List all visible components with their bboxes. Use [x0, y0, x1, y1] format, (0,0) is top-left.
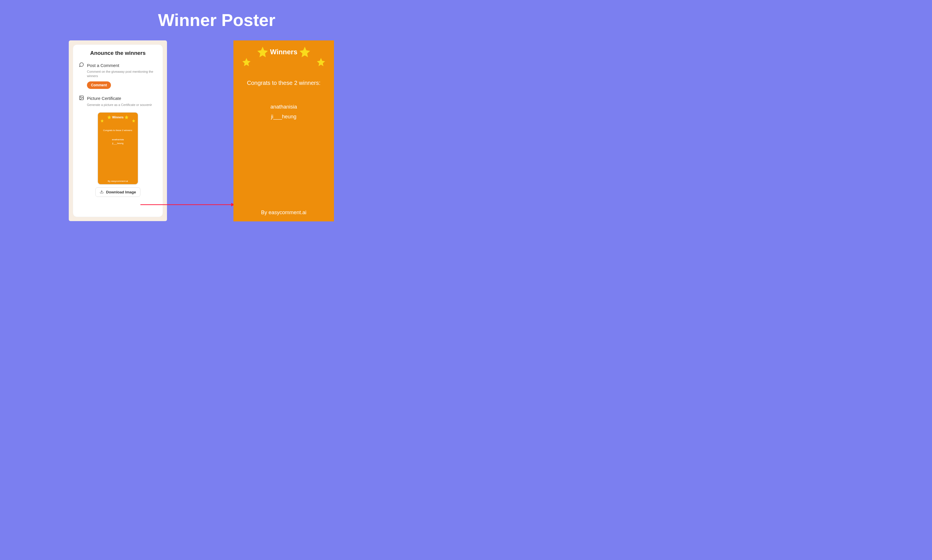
star-icon: [256, 46, 269, 58]
star-icon: [242, 57, 252, 67]
big-poster-winners: anathanisia ji___heung: [239, 102, 329, 122]
svg-point-1: [80, 97, 81, 97]
big-poster-heading: Winners: [270, 48, 297, 56]
left-panel: Anounce the winners Post a Comment Comme…: [69, 40, 167, 221]
mini-poster-winners: anathanisia ji___heung: [100, 138, 136, 146]
star-icon: [100, 119, 104, 123]
mini-poster-heading: Winners: [112, 116, 123, 119]
star-icon: [298, 46, 311, 58]
post-comment-title: Post a Comment: [87, 63, 119, 68]
image-icon: [79, 95, 84, 102]
big-winner-row: ji___heung: [239, 112, 329, 122]
big-poster-footer: By easycomment.ai: [233, 209, 334, 215]
star-icon: [107, 115, 111, 120]
post-comment-section: Post a Comment Comment on the giveaway p…: [79, 62, 157, 89]
mini-winner-row: anathanisia: [100, 138, 136, 142]
picture-certificate-section: Picture Certificate Generate a picture a…: [79, 95, 157, 110]
picture-certificate-desc: Generate a picture as a Certificate or s…: [87, 103, 157, 107]
comment-icon: [79, 62, 84, 68]
page-title: Winner Poster: [0, 10, 434, 30]
download-image-label: Download Image: [106, 190, 136, 194]
card-title: Anounce the winners: [79, 50, 157, 56]
mini-winner-row: ji___heung: [100, 142, 136, 146]
star-icon: [316, 57, 326, 67]
mini-poster-preview: Winners Congrats to these 2 winners: ana…: [98, 112, 138, 185]
arrow-icon: [140, 203, 235, 207]
star-icon: [124, 115, 129, 120]
big-winner-row: anathanisia: [239, 102, 329, 112]
mini-poster-footer: By easycomment.ai: [98, 180, 138, 182]
picture-certificate-title: Picture Certificate: [87, 96, 121, 101]
comment-button[interactable]: Comment: [87, 82, 111, 89]
star-icon: [132, 119, 136, 123]
post-comment-desc: Comment on the giveaway post mentioning …: [87, 69, 157, 78]
download-icon: [100, 190, 104, 195]
announce-card: Anounce the winners Post a Comment Comme…: [73, 45, 163, 217]
download-image-button[interactable]: Download Image: [95, 187, 140, 197]
big-poster: Winners Congrats to these 2 winners: ana…: [233, 40, 334, 222]
mini-poster-subheading: Congrats to these 2 winners:: [100, 129, 136, 132]
big-poster-subheading: Congrats to these 2 winners:: [239, 80, 329, 86]
